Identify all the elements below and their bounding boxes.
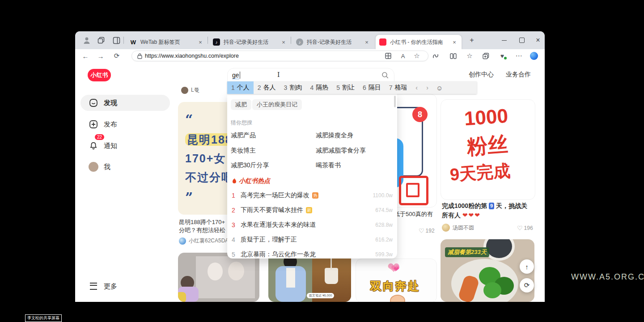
sidebar-item-notifications[interactable]: 通知 [80,138,170,154]
quote-line-2: 170+女 [185,151,226,166]
hot-item[interactable]: 4 质疑于正，理解于正 616.2w [232,235,393,245]
tab-actions-icon[interactable] [113,37,120,46]
bell-icon [89,141,98,151]
more-menu-icon[interactable]: ⋯ [513,51,524,61]
sidebar-item-more[interactable]: 更多 [80,278,170,294]
note-card-heart[interactable]: ❤ ❤ ❤ 双向奔赴 [356,258,437,302]
fans-line-2: 粉丝 [466,131,509,161]
note-author[interactable]: 汤圆不圆 [442,224,474,232]
chip-avatar [181,87,188,94]
ime-candidate[interactable]: 4隔热 [306,81,332,94]
favorites-hub-icon[interactable]: ☆ [464,51,475,61]
watermark: WWW.A5.ORG.CN [571,272,644,282]
publish-icon [89,119,98,129]
maximize-button[interactable] [514,31,530,49]
split-screen-icon[interactable] [448,51,458,61]
tab-close-icon[interactable]: × [280,39,287,46]
feed-user-chip[interactable]: L曼 [181,86,199,94]
tab-douyin-2[interactable]: ♪ 抖音-记录美好生活 × [292,35,374,49]
suggestion-item[interactable]: 美妆博主 [231,147,256,155]
ime-emoji-icon[interactable]: ☺ [433,84,446,92]
notification-badge: 22 [95,134,104,140]
search-value: ge [232,72,239,79]
collections-icon[interactable] [480,51,491,61]
tab-close-icon[interactable]: × [451,39,458,46]
note-caption-line[interactable]: 分吧？有想法轻松 [179,226,225,234]
suggestion-item[interactable]: 减肥30斤分享 [231,161,269,169]
person-sleeve [178,292,186,302]
note-author[interactable]: 小红薯62CA5DA [179,237,229,245]
note-card-meal[interactable]: 减脂餐第233天 [441,239,534,302]
scroll-top-button[interactable]: ↑ [520,259,534,274]
business-link[interactable]: 业务合作 [506,71,531,79]
favorite-star-icon[interactable]: ☆ [411,51,422,61]
creator-center-link[interactable]: 创作中心 [469,71,494,79]
ime-candidate[interactable]: 3割肉 [280,81,306,94]
back-icon[interactable]: ← [80,51,91,61]
ime-candidate[interactable]: 7格瑞 [385,81,411,94]
ime-candidate[interactable]: 1个人 [227,81,254,94]
hot-item[interactable]: 1 高考完来一场巨大的爆改 热 1100.0w [232,191,393,200]
douyin-favicon: ♪ [296,38,303,46]
suggest-title: 猜你想搜 [231,119,252,127]
like-count[interactable]: ♡ 196 [517,225,533,232]
fans-caption-line[interactable]: 完成1000粉的第 9 天，挑战关 [442,202,527,210]
ime-candidate[interactable]: 6隔日 [359,81,385,94]
face [228,262,244,280]
suggestion-item[interactable]: 减肥产品 [231,131,256,140]
tab-close-icon[interactable]: × [363,39,370,46]
new-tab-button[interactable]: + [467,36,477,46]
close-window-button[interactable]: × [530,31,545,49]
sidebar-item-publish[interactable]: 发布 [80,116,170,132]
url-text[interactable]: https://www.xiaohongshu.com/explore [145,53,239,59]
minimize-button[interactable] [496,31,512,49]
suggestion-item[interactable]: 喝茶看书 [316,161,341,169]
search-icon[interactable] [381,72,389,79]
tab-title: WeTab 新标签页 [140,38,194,46]
quote-open-icon: “ [185,112,193,127]
wetab-favicon: W [130,38,137,46]
note-card-photo-1[interactable] [178,253,259,302]
suggestion-item[interactable]: 减肥操瘦全身 [316,131,353,140]
history-tag[interactable]: 减肥 [231,99,251,110]
note-card-fans[interactable]: 1000 粉丝 9天完成 [441,99,535,200]
tab-douyin-1[interactable]: ♪ 抖音-记录美好生活 × [209,35,291,49]
sidebar-item-discover[interactable]: 发现 [80,95,170,111]
fans-line-3: 9天完成 [449,159,511,186]
author-name: 小红薯62CA5DA [189,237,229,245]
sidebar-label: 发现 [104,99,117,107]
ime-candidate[interactable]: 2各人 [254,81,280,94]
browser-essentials-icon[interactable]: ♥ [497,51,508,61]
note-caption-line[interactable]: 昆明188蹲个170+ [179,218,225,226]
forward-icon[interactable]: → [95,51,106,61]
note-card-photo-2[interactable]: 图文笔记 ¥6,000 [268,253,351,302]
xiaohongshu-logo[interactable]: 小红书 [88,69,111,81]
tab-close-icon[interactable]: × [197,39,204,46]
like-count[interactable]: ♡ 192 [419,227,435,234]
ime-prev-icon[interactable]: ‹ [411,84,422,91]
read-aloud-icon[interactable]: A [398,51,408,61]
hot-item[interactable]: 2 下雨天不要背碱水挂件 新 674.5w [232,205,393,215]
sidebar-label: 更多 [104,282,117,291]
copilot-icon[interactable] [529,51,539,61]
panel-scrollbar[interactable] [394,96,396,107]
refresh-feed-button[interactable]: ⟳ [520,278,534,292]
profile-icon[interactable] [82,36,91,47]
search-input[interactable]: ge [227,68,394,82]
tab-xiaohongshu[interactable]: 小红书 - 你的生活指南 × [376,35,462,49]
ime-candidate[interactable]: 5割让 [332,81,359,94]
titlebar-divider [123,37,124,44]
refresh-icon[interactable]: ⟳ [111,51,123,61]
ime-next-icon[interactable]: › [422,84,433,91]
tab-title: 小红书 - 你的生活指南 [390,38,448,46]
workspaces-icon[interactable] [97,37,105,46]
grid-icon[interactable] [383,51,394,61]
history-tag[interactable]: 小王的瘦美日记 [252,99,302,110]
hot-item[interactable]: 5 北京暴雨：乌云化作一条龙 599.3w [232,250,393,259]
extension-icon[interactable] [430,51,441,61]
fans-caption-line[interactable]: 所有人 ❤❤❤ [442,212,481,220]
sidebar-item-me[interactable]: 我 [80,159,170,175]
suggestion-item[interactable]: 减肥减脂零食分享 [316,147,366,155]
hot-item[interactable]: 3 水果在逐渐失去本来的味道 628.8w [232,220,393,230]
tab-wetab[interactable]: W WeTab 新标签页 × [126,35,208,49]
